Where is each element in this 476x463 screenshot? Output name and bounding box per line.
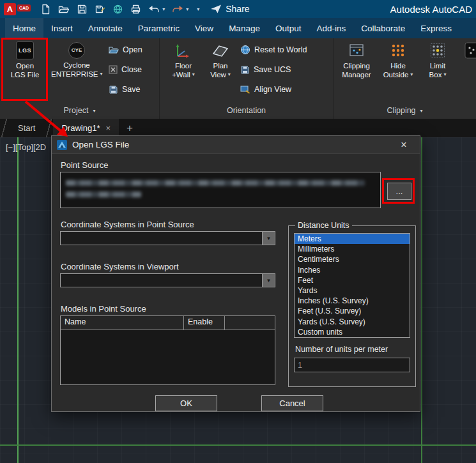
save-to-web-button[interactable] [112, 2, 123, 16]
save-icon [77, 4, 88, 15]
tab-divider [0, 119, 8, 137]
distance-unit-option[interactable]: Meters [295, 234, 410, 244]
share-button[interactable]: Share [210, 4, 249, 14]
ok-button[interactable]: OK [155, 395, 217, 411]
project-close-label: Close [121, 65, 142, 74]
clipping-manager-icon [337, 42, 376, 61]
acad-logo-cad: CAD [17, 4, 31, 11]
distance-unit-option[interactable]: Yards [295, 285, 410, 296]
undo-dropdown-caret[interactable]: ▾ [162, 6, 165, 12]
distance-unit-option[interactable]: Centimeters [295, 254, 410, 264]
clipped-ribbon-button[interactable] [460, 42, 476, 61]
floor-wall-axis-icon [165, 42, 202, 61]
coord-systems-viewport-combo[interactable]: ▼ [60, 273, 275, 287]
share-plane-icon [210, 4, 222, 14]
clipping-manager-button[interactable]: Clipping Manager [337, 42, 376, 79]
tab-drawing1-label: Drawing1* [61, 123, 100, 133]
project-save-button[interactable]: Save [109, 82, 142, 97]
web-mobile-icon [112, 4, 123, 15]
ribbon-tab-bar: Home Insert Annotate Parametric View Man… [0, 18, 476, 38]
new-file-button[interactable] [40, 2, 51, 16]
open-lgs-file-button[interactable]: LGS Open LGS File [4, 42, 46, 79]
distance-unit-option[interactable]: Millimeters [295, 244, 410, 254]
open-folder-icon [109, 45, 119, 54]
ribbon-tab-home[interactable]: Home [5, 18, 43, 38]
app-title: Autodesk AutoCAD [390, 4, 472, 15]
coord-systems-point-source-combo[interactable]: ▼ [60, 231, 275, 245]
plan-view-button[interactable]: Plan View▾ [203, 42, 238, 79]
close-square-icon [109, 65, 118, 74]
redo-button[interactable] [172, 2, 183, 16]
align-view-icon [240, 85, 250, 94]
viewport-controls[interactable]: [−][Top][2D [6, 142, 46, 152]
ribbon-tab-output[interactable]: Output [268, 18, 309, 38]
project-small-buttons: Open Close Save [109, 42, 142, 102]
autocad-window: A CAD ▾ ▾ ▾ Share [0, 0, 476, 463]
combo-dropdown-icon[interactable]: ▼ [262, 274, 275, 287]
project-open-button[interactable]: Open [109, 42, 142, 57]
panel-label-project[interactable]: Project▾ [0, 102, 159, 119]
hide-outside-button[interactable]: Hide Outside▾ [380, 42, 417, 79]
floppy-icon [109, 85, 118, 95]
dialog-close-button[interactable]: × [393, 136, 415, 153]
open-lgs-file-dialog: Open LGS File × Point Source ... Coordin… [51, 135, 420, 412]
titlebar: A CAD ▾ ▾ ▾ Share [0, 0, 476, 18]
tab-close-icon[interactable]: × [105, 123, 111, 133]
save-ucs-button[interactable]: Save UCS [240, 62, 307, 77]
browse-button[interactable]: ... [387, 183, 411, 200]
ribbon-tab-annotate[interactable]: Annotate [81, 18, 130, 38]
panel-label-orientation[interactable]: Orientation [160, 102, 333, 119]
point-source-path-field[interactable] [60, 172, 381, 208]
tab-start[interactable]: Start [8, 119, 45, 137]
hide-outside-dots-icon [380, 42, 417, 61]
qat-customize-caret[interactable]: ▾ [197, 6, 199, 12]
distance-units-group: Distance Units Meters Millimeters Centim… [288, 221, 416, 387]
distance-units-list[interactable]: Meters Millimeters Centimeters Inches Fe… [294, 233, 410, 338]
align-view-label: Align View [254, 85, 291, 94]
ribbon-tab-collaborate[interactable]: Collaborate [353, 18, 413, 38]
point-source-label: Point Source [61, 160, 108, 170]
distance-unit-option[interactable]: Feet [295, 275, 410, 285]
tab-divider [45, 119, 53, 137]
models-column-enable: Enable [184, 316, 225, 330]
limit-box-button[interactable]: Limit Box▾ [420, 42, 455, 79]
limit-box-dots-icon [420, 42, 455, 61]
dialog-title: Open LGS File [72, 140, 129, 149]
ribbon-panel-orientation: Floor +Wall▾ Plan View▾ Reset to World S… [160, 38, 334, 119]
cyclone-enterprise-button[interactable]: CYE Cyclone ENTERPRISE▾ [51, 42, 102, 79]
ribbon-tab-manage[interactable]: Manage [221, 18, 268, 38]
distance-unit-option[interactable]: Custom units [295, 327, 410, 337]
dialog-titlebar[interactable]: Open LGS File × [52, 136, 420, 154]
units-per-meter-input[interactable] [294, 358, 410, 372]
redo-dropdown-caret[interactable]: ▾ [186, 6, 188, 12]
distance-unit-option[interactable]: Inches (U.S. Survey) [295, 296, 410, 306]
floor-wall-button[interactable]: Floor +Wall▾ [165, 42, 202, 79]
ribbon-tab-express[interactable]: Express [413, 18, 459, 38]
panel-clipping-caret-icon: ▾ [420, 108, 423, 114]
plot-button[interactable] [130, 2, 141, 16]
ribbon-tab-parametric[interactable]: Parametric [130, 18, 187, 38]
panel-label-clipping[interactable]: Clipping▾ [334, 102, 476, 119]
units-per-meter-label: Number of units per meter [295, 345, 410, 354]
distance-unit-option[interactable]: Feet (U.S. Survey) [295, 306, 410, 316]
open-file-button[interactable] [58, 2, 70, 16]
reset-to-world-button[interactable]: Reset to World [240, 42, 307, 57]
new-drawing-button[interactable]: + [119, 119, 141, 137]
save-as-button[interactable] [95, 2, 105, 16]
save-button[interactable] [77, 2, 88, 16]
distance-unit-option[interactable]: Inches [295, 265, 410, 275]
models-table[interactable]: Name Enable [60, 315, 275, 385]
acad-logo[interactable]: A CAD [4, 3, 31, 15]
ribbon-tab-view[interactable]: View [187, 18, 221, 38]
tab-drawing1[interactable]: Drawing1* × [53, 119, 119, 137]
cyclone-icon: CYE [68, 42, 85, 59]
project-close-button[interactable]: Close [109, 62, 142, 77]
distance-unit-option[interactable]: Yards (U.S. Survey) [295, 317, 410, 327]
cancel-button[interactable]: Cancel [261, 395, 323, 411]
combo-dropdown-icon[interactable]: ▼ [262, 232, 275, 245]
ribbon-tab-addins[interactable]: Add-ins [309, 18, 353, 38]
undo-icon [148, 4, 160, 14]
undo-button[interactable] [148, 2, 160, 16]
ribbon-tab-insert[interactable]: Insert [43, 18, 81, 38]
align-view-button[interactable]: Align View [240, 82, 307, 97]
